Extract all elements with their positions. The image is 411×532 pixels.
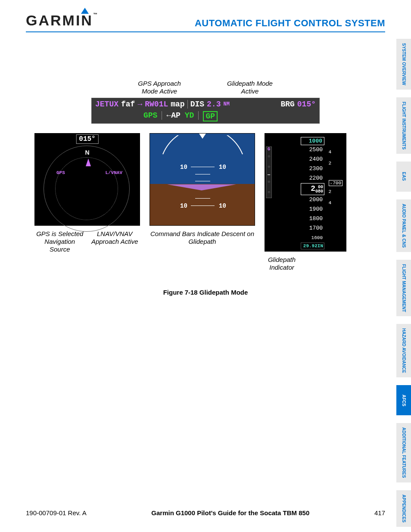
dis-unit: NM: [223, 101, 229, 107]
wpt-from: JETUX: [95, 100, 118, 109]
vs-tick: 2: [329, 158, 342, 169]
vs-tick: [329, 169, 342, 180]
command-bars-icon: [167, 184, 236, 190]
alt-tick: 1900: [301, 205, 324, 214]
tab-additional-features[interactable]: ADDITIONAL FEATURES: [396, 423, 411, 482]
callout-lnav-vnav: LNAV/VNAV Approach Active: [90, 230, 140, 253]
pitch-line: [191, 167, 215, 167]
page-number: 417: [374, 509, 385, 516]
callout-command-bars: Command Bars Indicate Descent on Glidepa…: [149, 230, 255, 246]
dis-value: 2.3: [207, 100, 221, 109]
pitch-line: [195, 174, 210, 174]
vs-tick: 2: [329, 186, 342, 197]
alt-tick: 1700: [301, 224, 324, 233]
vs-value: -700: [329, 180, 342, 186]
baro-setting: 29.92IN: [301, 243, 324, 249]
logo-tm: ™: [93, 12, 97, 17]
brg-value: 015°: [297, 100, 316, 109]
doc-revision: 190-00709-01 Rev. A: [26, 509, 87, 516]
afcs-gp: GP: [203, 111, 218, 121]
pitch-line: [191, 205, 215, 206]
alt-tick: 2500: [301, 145, 324, 155]
alt-tick: 2000: [301, 195, 324, 205]
alt-tick: 2400: [301, 155, 324, 164]
pitch-10-dn-r: 10: [219, 202, 226, 209]
vs-tick: 4: [329, 197, 342, 208]
alt-tick: 1800: [301, 214, 324, 224]
compass-north: N: [85, 149, 89, 156]
cdi-arrow-icon: [86, 159, 91, 166]
dis-label: DIS: [190, 100, 204, 109]
pitch-10-up-l: 10: [180, 164, 187, 171]
logo-triangle-icon: [81, 8, 89, 14]
afcs-ap: ←AP: [166, 111, 180, 121]
afcs-yd: YD: [185, 111, 194, 121]
gp-letter: G: [266, 147, 271, 152]
tab-afcs[interactable]: AFCS: [396, 385, 411, 415]
guide-title: Garmin G1000 Pilot's Guide for the Socat…: [151, 509, 309, 516]
page-footer: 190-00709-01 Rev. A Garmin G1000 Pilot's…: [26, 509, 385, 516]
adi-panel: 10 10 10 10: [149, 133, 255, 226]
approach-type-label: L/VNAV: [105, 170, 122, 175]
callout-glidepath-indicator: Glidepath Indicator: [256, 256, 308, 271]
pitch-10-dn-l: 10: [180, 202, 187, 209]
arrow-icon: →: [137, 100, 142, 109]
section-title: AUTOMATIC FLIGHT CONTROL SYSTEM: [195, 18, 385, 29]
tab-hazard-avoidance[interactable]: HAZARD AVOIDANCE: [396, 324, 411, 377]
vs-tick: 4: [329, 146, 342, 158]
current-altitude: 200080: [301, 183, 324, 195]
callout-gps-approach: GPS Approach Mode Active: [134, 80, 185, 95]
wpt-from-suffix: faf: [121, 100, 135, 109]
glidepath-indicator-strip: G ○ ○ — ○ ○: [266, 146, 272, 198]
garmin-logo: GARMIN™: [26, 12, 97, 29]
nav-source-label: GPS: [56, 170, 65, 175]
pitch-10-up-r: 10: [219, 164, 226, 171]
pitch-line: [195, 198, 210, 199]
compass-inner: [55, 157, 118, 220]
heading-readout: 015°: [76, 134, 98, 144]
vs-scale: 4 2 -700 2 4: [329, 146, 342, 208]
wpt-to: RW01L: [145, 100, 168, 109]
brg-label: BRG: [280, 100, 294, 109]
afcs-gps: GPS: [143, 111, 157, 121]
wpt-to-suffix: map: [171, 100, 184, 109]
callout-gps-selected: GPS is Selected Navigation Source: [34, 230, 85, 253]
hsi-panel: 015° N GPS L/VNAV: [34, 133, 140, 226]
pfd-annunciator-bar: JETUX faf → RW01L map DIS 2.3NM BRG 015°…: [91, 98, 320, 124]
alt-tick: 2300: [301, 164, 324, 174]
altitude-panel: G ○ ○ — ○ ○ 1000 2500 2400 2300 2200 200…: [265, 133, 346, 252]
tab-appendices[interactable]: APPENDICES: [396, 490, 411, 527]
alt-tick: 2200: [301, 174, 324, 183]
callout-glidepath-mode: Glidepath Mode Active: [224, 80, 276, 95]
altitude-tape: 1000 2500 2400 2300 2200 200080 2000 190…: [301, 137, 324, 249]
figure-caption: Figure 7-18 Glidepath Mode: [34, 289, 377, 296]
selected-altitude: 1000: [301, 137, 324, 145]
pitch-line: [195, 181, 210, 181]
roll-arc-icon: [150, 135, 255, 155]
logo-text: GARMIN: [26, 12, 93, 28]
alt-tick: 1600: [301, 233, 324, 243]
